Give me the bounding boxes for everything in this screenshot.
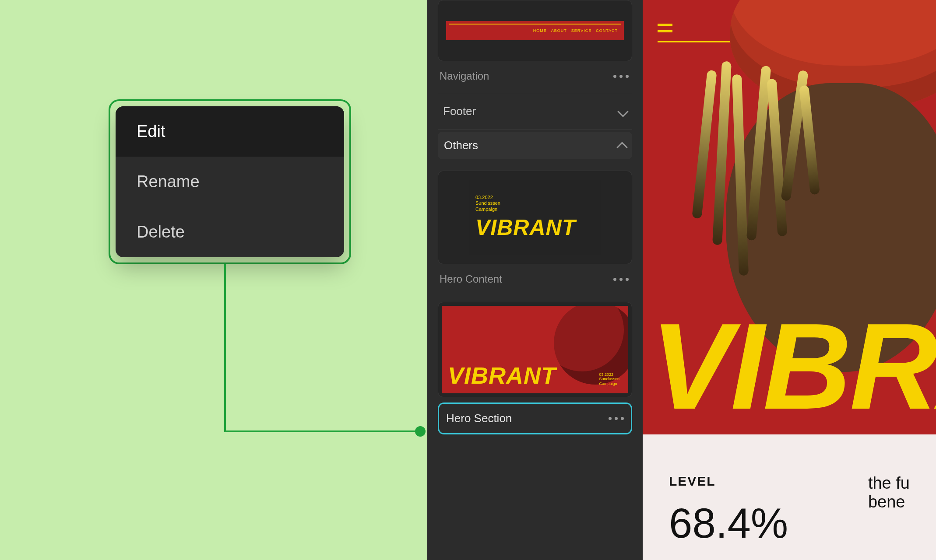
callout-panel: Edit Rename Delete [0, 0, 427, 560]
preview-level-block: LEVEL 68.4% [669, 474, 788, 547]
hamburger-menu-icon[interactable] [658, 24, 672, 37]
footer-label: Footer [443, 105, 476, 118]
connector-line-vertical [224, 264, 226, 432]
divider [438, 93, 632, 93]
chevron-up-icon [616, 142, 627, 153]
navigation-label: Navigation [440, 70, 489, 82]
hero-section-more-icon[interactable] [609, 417, 624, 420]
navigation-preview-card[interactable]: HOME ABOUT SERVICE CONTACT [438, 0, 632, 61]
navigation-preview-bar: HOME ABOUT SERVICE CONTACT [446, 21, 624, 40]
connector-line-horizontal [224, 430, 420, 432]
divider [438, 130, 632, 130]
preview-hero: VIBRA [643, 0, 936, 434]
navigation-more-icon[interactable] [613, 75, 629, 78]
context-menu-frame: Edit Rename Delete [109, 99, 351, 264]
hero-content-label: Hero Content [440, 273, 502, 285]
preview-level-label: LEVEL [669, 474, 788, 489]
hero-content-label-row: Hero Content [438, 264, 632, 294]
preview-hair-graphic [700, 61, 822, 289]
hero-content-meta: 03.2022 Sunclassen Campaign [475, 195, 601, 212]
preview-lower-section: LEVEL 68.4% the fu bene [643, 434, 936, 560]
components-sidebar: HOME ABOUT SERVICE CONTACT Navigation Fo… [427, 0, 643, 560]
hero-section-title: VIBRANT [448, 362, 556, 389]
chevron-down-icon [617, 106, 628, 117]
nav-mini-link: SERVICE [571, 28, 591, 33]
hero-section-preview-inner: VIBRANT 03.2022 Sunclassen Campaign [442, 306, 628, 393]
hero-content-title: VIBRANT [475, 215, 601, 240]
nav-mini-link: ABOUT [551, 28, 567, 33]
hero-content-preview-inner: 03.2022 Sunclassen Campaign VIBRANT [469, 180, 601, 255]
live-preview-panel: VIBRA LEVEL 68.4% the fu bene [643, 0, 936, 560]
hero-section-preview-card[interactable]: VIBRANT 03.2022 Sunclassen Campaign [438, 302, 632, 397]
context-menu-edit[interactable]: Edit [116, 106, 344, 157]
connector-endpoint-dot [415, 426, 426, 437]
navigation-label-row: Navigation [438, 61, 632, 91]
others-collapsible[interactable]: Others [438, 132, 632, 159]
nav-mini-link: CONTACT [596, 28, 618, 33]
preview-hero-headline: VIBRA [651, 316, 936, 417]
hero-content-more-icon[interactable] [613, 278, 629, 281]
hero-section-meta: 03.2022 Sunclassen Campaign [599, 372, 619, 386]
preview-right-copy: the fu bene [868, 474, 910, 511]
preview-level-value: 68.4% [669, 499, 788, 547]
context-menu: Edit Rename Delete [116, 106, 344, 257]
hero-content-preview-card[interactable]: 03.2022 Sunclassen Campaign VIBRANT [438, 171, 632, 264]
nav-mini-link: HOME [533, 28, 547, 33]
others-label: Others [444, 139, 478, 152]
hero-section-label-row-selected[interactable]: Hero Section [438, 402, 632, 434]
footer-collapsible[interactable]: Footer [438, 95, 632, 128]
context-menu-rename[interactable]: Rename [116, 157, 344, 207]
hero-section-label: Hero Section [446, 412, 512, 425]
context-menu-delete[interactable]: Delete [116, 207, 344, 257]
